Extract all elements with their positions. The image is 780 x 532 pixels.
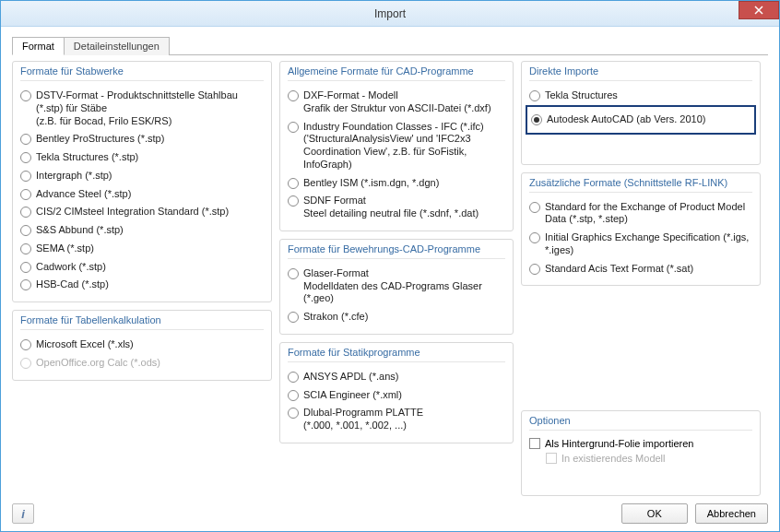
radio-icon (288, 268, 299, 279)
radio-icon (20, 171, 31, 182)
radio-bentley-ism[interactable]: Bentley ISM (*.ism.dgn, *.dgn) (288, 174, 505, 193)
checkbox-icon (529, 438, 540, 449)
radio-platte[interactable]: Dlubal-Programm PLATTE(*.000, *.001, *.0… (288, 404, 505, 435)
checkbox-background[interactable]: Als Hintergrund-Folie importieren (529, 436, 752, 451)
radio-tekla-direct[interactable]: Tekla Structures (529, 87, 752, 105)
tab-bar: Format Detaileinstellungen (12, 36, 768, 55)
tab-details[interactable]: Detaileinstellungen (64, 37, 170, 55)
radio-advance-steel[interactable]: Advance Steel (*.stp) (20, 185, 264, 204)
radio-icon (20, 339, 31, 350)
radio-icon (529, 232, 540, 243)
radio-icon (288, 390, 299, 401)
radio-icon (529, 90, 540, 101)
checkbox-icon (546, 453, 557, 464)
checkbox-existing: In existierendes Modell (529, 451, 752, 466)
group-options: Optionen Als Hintergrund-Folie importier… (521, 410, 761, 496)
radio-icon (20, 358, 31, 369)
radio-icon (20, 279, 31, 290)
radio-icon (20, 134, 31, 145)
radio-ifc[interactable]: Industry Foundation Classes - IFC (*.ifc… (288, 118, 505, 174)
radio-cadwork[interactable]: Cadwork (*.stp) (20, 258, 264, 277)
group-title-spread: Formate für Tabellenkalkulation (20, 314, 264, 330)
window-title: Import (1, 7, 779, 20)
help-button[interactable]: i (12, 503, 34, 524)
help-icon: i (21, 507, 25, 521)
radio-step[interactable]: Standard for the Exchange of Product Mod… (529, 198, 752, 230)
group-title-direct: Direkte Importe (529, 65, 752, 81)
radio-icon (20, 262, 31, 273)
radio-icon (288, 90, 299, 101)
radio-hsb-cad[interactable]: HSB-Cad (*.stp) (20, 276, 264, 294)
close-button[interactable] (739, 1, 779, 19)
radio-openoffice: OpenOffice.org Calc (*.ods) (20, 354, 264, 372)
radio-iges[interactable]: Initial Graphics Exchange Specification … (529, 229, 752, 260)
radio-icon (20, 189, 31, 200)
radio-icon (531, 114, 542, 125)
radio-sema[interactable]: SEMA (*.stp) (20, 240, 264, 258)
group-spreadsheet: Formate für Tabellenkalkulation Microsof… (12, 310, 272, 381)
radio-bentley-pro[interactable]: Bentley ProStructures (*.stp) (20, 130, 264, 148)
tab-format[interactable]: Format (12, 37, 65, 55)
group-link: Zusätzliche Formate (Schnittstelle RF-LI… (521, 172, 761, 287)
group-title-rebar: Formate für Bewehrungs-CAD-Programme (288, 243, 505, 259)
radio-ansys[interactable]: ANSYS APDL (*.ans) (288, 368, 505, 386)
radio-icon (20, 152, 31, 163)
radio-glaser[interactable]: Glaser-FormatModelldaten des CAD-Program… (288, 265, 505, 308)
radio-tekla-stp[interactable]: Tekla Structures (*.stp) (20, 148, 264, 167)
radio-cis2[interactable]: CIS/2 CIMsteel Integration Standard (*.s… (20, 203, 264, 221)
radio-autocad[interactable]: Autodesk AutoCAD (ab Vers. 2010) (531, 111, 750, 129)
group-title-link: Zusätzliche Formate (Schnittstelle RF-LI… (529, 177, 752, 193)
radio-sat[interactable]: Standard Acis Text Format (*.sat) (529, 260, 752, 278)
radio-strakon[interactable]: Strakon (*.cfe) (288, 308, 505, 326)
group-title-cad: Allgemeine Formate für CAD-Programme (288, 65, 505, 81)
radio-ss-abbund[interactable]: S&S Abbund (*.stp) (20, 221, 264, 240)
radio-scia[interactable]: SCIA Engineer (*.xml) (288, 386, 505, 405)
radio-sdnf[interactable]: SDNF FormatSteel detailing neutral file … (288, 192, 505, 223)
cancel-button[interactable]: Abbrechen (695, 503, 768, 524)
radio-excel[interactable]: Microsoft Excel (*.xls) (20, 336, 264, 354)
radio-dxf[interactable]: DXF-Format - ModellGrafik der Struktur v… (288, 87, 505, 118)
close-icon (754, 6, 763, 15)
ok-button[interactable]: OK (621, 503, 688, 524)
radio-dstv[interactable]: DSTV-Format - Produktschnittstelle Stahl… (20, 87, 264, 130)
radio-icon (288, 195, 299, 207)
radio-icon (20, 207, 31, 218)
group-title-opt: Optionen (529, 415, 752, 431)
group-stabwerke: Formate für Stabwerke DSTV-Format - Prod… (12, 61, 272, 302)
group-title-statik: Formate für Statikprogramme (288, 347, 505, 362)
radio-intergraph[interactable]: Intergraph (*.stp) (20, 167, 264, 185)
radio-icon (529, 264, 540, 275)
radio-icon (288, 178, 299, 189)
group-statik: Formate für Statikprogramme ANSYS APDL (… (279, 342, 514, 443)
group-rebar: Formate für Bewehrungs-CAD-Programme Gla… (279, 239, 514, 335)
radio-icon (288, 312, 299, 323)
radio-icon (20, 90, 31, 101)
radio-icon (288, 122, 299, 133)
radio-icon (20, 225, 31, 236)
radio-icon (288, 372, 299, 383)
radio-icon (20, 243, 31, 254)
radio-icon (288, 408, 299, 419)
group-title-stab: Formate für Stabwerke (20, 65, 264, 81)
import-dialog: Import Format Detaileinstellungen Format… (0, 0, 780, 532)
group-direct: Direkte Importe Tekla Structures Autodes… (521, 61, 761, 165)
radio-icon (529, 202, 540, 213)
group-cad: Allgemeine Formate für CAD-Programme DXF… (279, 61, 514, 231)
titlebar: Import (1, 1, 779, 27)
